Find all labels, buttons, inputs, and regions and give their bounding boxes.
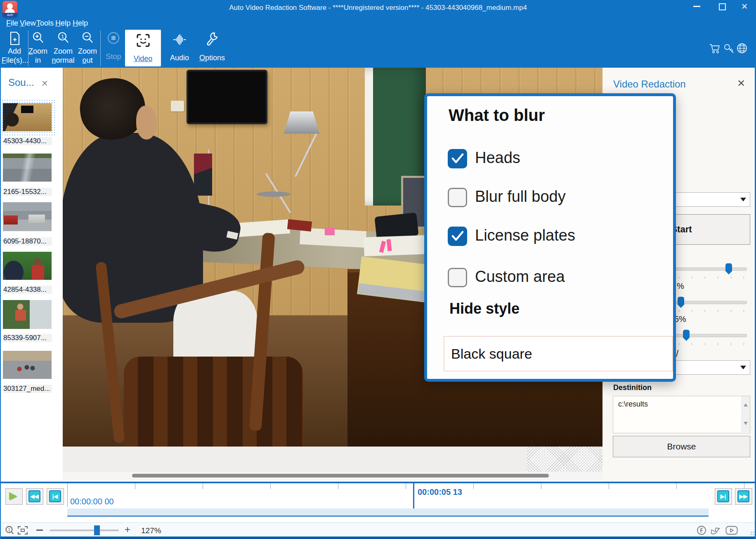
source-label-1: 45303-4430...: [3, 137, 52, 145]
sources-panel-close-icon[interactable]: ✕: [41, 78, 48, 88]
destination-path: c:\results: [618, 400, 648, 409]
hide-style-dropdown[interactable]: Black square: [444, 336, 673, 371]
skip-start-icon: |◀: [49, 490, 61, 502]
skip-to-start-button[interactable]: |◀: [47, 488, 64, 505]
source-thumbnail-3[interactable]: [3, 202, 52, 231]
svg-text:1: 1: [8, 527, 11, 532]
audio-tab-button[interactable]: Audio: [167, 30, 192, 68]
source-label-3: 6095-18870...: [3, 237, 52, 246]
rewind-icon: ◀◀: [28, 490, 40, 502]
source-item-5[interactable]: 85339-5907...: [3, 300, 52, 329]
source-thumbnail-2[interactable]: [3, 154, 52, 182]
source-label-5: 85339-5907...: [3, 334, 52, 342]
current-time: 00:00:00 00: [70, 497, 114, 506]
source-thumbnail-1[interactable]: [3, 103, 52, 131]
stop-icon: [107, 31, 120, 45]
wrench-icon: [206, 31, 220, 46]
facebook-icon[interactable]: [697, 525, 706, 535]
chevron-down-icon: [740, 198, 746, 204]
window-chrome: AVR Auto Video Redaction Software - ****…: [0, 0, 756, 68]
zoom-out-minus-icon[interactable]: [36, 530, 43, 531]
menu-tools[interactable]: Tools: [36, 18, 54, 28]
skip-end-icon: ▶|: [717, 490, 729, 502]
rewind-button[interactable]: ◀◀: [26, 488, 43, 505]
timeline[interactable]: ▶ ◀◀ |◀ 00:00:00 00 00:00:05 13 ▶| ▶▶: [0, 483, 756, 508]
blur-option-1-checkbox[interactable]: [448, 188, 467, 207]
status-bar: 1 + 127%: [0, 523, 756, 537]
video-tab-label: Video: [125, 54, 161, 63]
fast-forward-icon: ▶▶: [737, 490, 749, 502]
source-item-3[interactable]: 6095-18870...: [3, 202, 52, 231]
tv-shape: [187, 70, 267, 124]
source-item-4[interactable]: 42854-4338...: [3, 252, 52, 280]
zoom-in-icon: [32, 31, 44, 45]
zoom-slider[interactable]: [50, 530, 119, 531]
minimize-button[interactable]: [693, 6, 700, 7]
menu-file[interactable]: File: [6, 18, 18, 28]
chair-shape: [124, 357, 303, 447]
slider-1-handle[interactable]: [725, 263, 732, 272]
playhead[interactable]: [413, 483, 414, 508]
label-fragment-slash: /: [676, 348, 678, 359]
svg-text:1: 1: [61, 33, 64, 40]
zoom-out-button[interactable]: Zoom out: [77, 30, 98, 68]
scroll-down-icon[interactable]: [744, 422, 748, 427]
source-item-6[interactable]: 303127_med...: [3, 351, 52, 379]
source-item-2[interactable]: 2165-15532...: [3, 154, 52, 182]
source-thumbnail-4[interactable]: [3, 252, 52, 280]
panel-close-icon[interactable]: ✕: [737, 78, 745, 89]
add-files-button[interactable]: Add File(s)...: [2, 30, 27, 68]
skip-to-end-button[interactable]: ▶|: [715, 488, 732, 505]
sources-panel-title: Sou...: [8, 77, 34, 88]
slider-2-handle[interactable]: [678, 297, 684, 305]
key-icon[interactable]: [723, 43, 735, 54]
source-label-6: 303127_med...: [3, 385, 52, 393]
globe-icon[interactable]: [736, 43, 748, 54]
browse-button[interactable]: Browse: [613, 436, 750, 457]
play-button[interactable]: ▶: [5, 488, 23, 505]
menu-view[interactable]: View: [20, 18, 36, 28]
what-to-blur-popup: What to blur Heads Blur full body Licens…: [424, 93, 676, 382]
blur-option-2-checkbox[interactable]: [448, 227, 467, 246]
menu-help[interactable]: Help: [55, 18, 71, 28]
zoom-reset-icon[interactable]: 1: [5, 525, 15, 535]
zoom-in-plus-icon[interactable]: +: [125, 524, 130, 535]
menu-help-2[interactable]: Help: [73, 18, 88, 28]
youtube-icon[interactable]: [725, 526, 738, 535]
zoom-normal-button[interactable]: 1 Zoom normal: [50, 30, 76, 68]
source-thumbnail-5[interactable]: [3, 300, 52, 329]
zoom-in-button[interactable]: Zoom in: [26, 30, 50, 68]
hide-style-value: Black square: [451, 337, 532, 371]
fast-forward-button[interactable]: ▶▶: [735, 488, 752, 505]
horizontal-scrollbar-thumb[interactable]: [132, 474, 549, 478]
play-icon: ▶: [9, 489, 17, 501]
source-thumbnail-6[interactable]: [3, 351, 52, 379]
blur-option-0-checkbox[interactable]: [448, 149, 467, 168]
scroll-up-icon[interactable]: [744, 401, 748, 407]
slider-3-handle[interactable]: [683, 330, 690, 338]
resize-grip[interactable]: [750, 531, 754, 535]
waveform-icon: [172, 33, 187, 46]
options-tab-button[interactable]: Options: [197, 30, 227, 68]
source-item-1[interactable]: 45303-4430...: [3, 103, 52, 131]
zoom-slider-thumb[interactable]: [94, 525, 100, 535]
zoom-level: 127%: [141, 526, 161, 535]
close-button[interactable]: ×: [738, 0, 751, 12]
empty-canvas-hatch: [527, 447, 602, 472]
twitter-icon[interactable]: [711, 526, 722, 535]
horizontal-scrollbar[interactable]: [63, 472, 602, 480]
fit-to-screen-icon[interactable]: [17, 526, 28, 535]
stop-button: Stop: [103, 30, 124, 68]
add-file-icon: [9, 31, 21, 45]
destination-scrollbar[interactable]: [742, 396, 750, 432]
cart-icon[interactable]: [709, 43, 721, 54]
source-label-2: 2165-15532...: [3, 188, 52, 196]
source-label-4: 42854-4338...: [3, 286, 52, 294]
panel-title: Video Redaction: [613, 78, 686, 90]
maximize-button[interactable]: [719, 3, 726, 10]
face-scan-icon: [136, 33, 150, 48]
video-tab-button[interactable]: Video: [125, 30, 161, 66]
popup-title: What to blur: [449, 106, 545, 125]
blur-option-3-checkbox[interactable]: [448, 268, 467, 287]
destination-textbox[interactable]: c:\results: [613, 396, 750, 433]
